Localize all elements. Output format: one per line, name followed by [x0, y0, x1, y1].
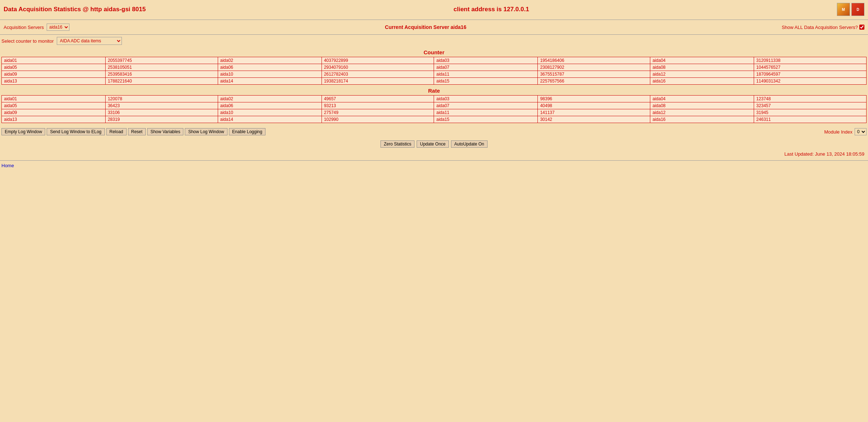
rate-value-cell: 141137: [538, 109, 650, 116]
rate-name-cell[interactable]: aida15: [434, 116, 538, 123]
counter-name-cell[interactable]: aida06: [218, 64, 322, 71]
reset-button[interactable]: Reset: [128, 128, 146, 135]
counter-name-cell[interactable]: aida15: [434, 78, 538, 85]
rate-name-cell[interactable]: aida16: [650, 116, 754, 123]
counter-table-body: aida012055397745aida024037922899aida0319…: [2, 57, 867, 85]
show-variables-button[interactable]: Show Variables: [147, 128, 184, 135]
counter-name-cell[interactable]: aida13: [2, 78, 106, 85]
table-row: aida01120078aida0249657aida0398396aida04…: [2, 96, 867, 102]
acquisition-server-select[interactable]: aida16 aida01 aida02: [47, 24, 69, 31]
acquisition-left: Acquisition Servers aida16 aida01 aida02: [4, 24, 69, 31]
logo-area: M D: [837, 3, 864, 16]
counter-name-cell[interactable]: aida10: [218, 71, 322, 78]
counter-value-cell: 2934079160: [322, 64, 434, 71]
counter-name-cell[interactable]: aida05: [2, 64, 106, 71]
counter-value-cell: 2055397745: [105, 57, 218, 64]
counter-name-cell[interactable]: aida16: [650, 78, 754, 85]
rate-value-cell: 120078: [105, 96, 218, 102]
reload-button[interactable]: Reload: [106, 128, 127, 135]
counter-value-cell: 1788221640: [105, 78, 218, 85]
rate-section-header: Rate: [1, 86, 867, 95]
table-row: aida0933106aida10275749aida11141137aida1…: [2, 109, 867, 116]
midas-logo: M: [837, 3, 850, 16]
enable-logging-button[interactable]: Enable Logging: [229, 128, 265, 135]
show-log-window-button[interactable]: Show Log Window: [185, 128, 227, 135]
rate-value-cell: 246311: [754, 116, 867, 123]
rate-value-cell: 323457: [754, 102, 867, 109]
rate-value-cell: 40498: [538, 102, 650, 109]
rate-name-cell[interactable]: aida04: [650, 96, 754, 102]
counter-name-cell[interactable]: aida01: [2, 57, 106, 64]
daq-logo: D: [851, 3, 864, 16]
show-all-label: Show ALL Data Acquisition Servers?: [782, 25, 858, 30]
acq-separator: [0, 34, 868, 35]
counter-name-cell[interactable]: aida04: [650, 57, 754, 64]
rate-value-cell: 93213: [322, 102, 434, 109]
counter-name-cell[interactable]: aida14: [218, 78, 322, 85]
counter-name-cell[interactable]: aida03: [434, 57, 538, 64]
rate-name-cell[interactable]: aida05: [2, 102, 106, 109]
table-row: aida131788221640aida141938218174aida1522…: [2, 78, 867, 85]
rate-value-cell: 98396: [538, 96, 650, 102]
table-row: aida1328319aida14102990aida1530142aida16…: [2, 116, 867, 123]
buttons-left: Empty Log Window Send Log Window to ELog…: [1, 128, 265, 135]
rate-name-cell[interactable]: aida09: [2, 109, 106, 116]
rate-name-cell[interactable]: aida14: [218, 116, 322, 123]
counter-value-cell: 1870964597: [754, 71, 867, 78]
rate-value-cell: 102990: [322, 116, 434, 123]
show-all-checkbox[interactable]: [859, 25, 864, 30]
counter-name-cell[interactable]: aida08: [650, 64, 754, 71]
rate-name-cell[interactable]: aida11: [434, 109, 538, 116]
send-log-button[interactable]: Send Log Window to ELog: [47, 128, 105, 135]
counter-name-cell[interactable]: aida12: [650, 71, 754, 78]
rate-name-cell[interactable]: aida02: [218, 96, 322, 102]
table-row: aida092539583416aida102612782403aida1136…: [2, 71, 867, 78]
rate-name-cell[interactable]: aida12: [650, 109, 754, 116]
rate-name-cell[interactable]: aida07: [434, 102, 538, 109]
select-counter-label: Select counter to monitor: [1, 38, 54, 44]
rate-name-cell[interactable]: aida13: [2, 116, 106, 123]
rate-name-cell[interactable]: aida01: [2, 96, 106, 102]
counter-name-cell[interactable]: aida07: [434, 64, 538, 71]
counter-name-cell[interactable]: aida02: [218, 57, 322, 64]
counter-value-cell: 2612782403: [322, 71, 434, 78]
rate-value-cell: 30142: [538, 116, 650, 123]
counter-name-cell[interactable]: aida09: [2, 71, 106, 78]
empty-log-button[interactable]: Empty Log Window: [1, 128, 45, 135]
acquisition-servers-label: Acquisition Servers: [4, 25, 44, 30]
counter-name-cell[interactable]: aida11: [434, 71, 538, 78]
rate-value-cell: 36423: [105, 102, 218, 109]
client-address: client address is 127.0.0.1: [454, 6, 529, 13]
buttons-right: Module Index 0 1 2 3: [824, 128, 867, 135]
rate-value-cell: 31945: [754, 109, 867, 116]
rate-value-cell: 275749: [322, 109, 434, 116]
page-title: Data Acquisition Statistics @ http aidas…: [4, 6, 146, 13]
counter-value-cell: 3120911338: [754, 57, 867, 64]
auto-update-on-button[interactable]: AutoUpdate On: [451, 140, 488, 148]
rate-value-cell: 123748: [754, 96, 867, 102]
header: Data Acquisition Statistics @ http aidas…: [0, 0, 868, 19]
counter-value-cell: 2257657566: [538, 78, 650, 85]
counter-value-cell: 3675515787: [538, 71, 650, 78]
update-once-button[interactable]: Update Once: [417, 140, 449, 148]
rate-name-cell[interactable]: aida03: [434, 96, 538, 102]
rate-name-cell[interactable]: aida08: [650, 102, 754, 109]
rate-name-cell[interactable]: aida10: [218, 109, 322, 116]
zero-statistics-button[interactable]: Zero Statistics: [380, 140, 414, 148]
counter-table: aida012055397745aida024037922899aida0319…: [1, 57, 867, 85]
last-updated: Last Updated: June 13, 2024 18:05:59: [0, 149, 868, 159]
counter-value-cell: 4037922899: [322, 57, 434, 64]
rate-value-cell: 28319: [105, 116, 218, 123]
table-row: aida052538105051aida062934079160aida0723…: [2, 64, 867, 71]
current-server-label: Current Acquisition Server aida16: [385, 24, 466, 30]
rate-value-cell: 49657: [322, 96, 434, 102]
rate-name-cell[interactable]: aida06: [218, 102, 322, 109]
counter-value-cell: 1938218174: [322, 78, 434, 85]
home-link[interactable]: Home: [1, 163, 14, 168]
counter-value-cell: 1954186406: [538, 57, 650, 64]
rate-value-cell: 33106: [105, 109, 218, 116]
module-index-label: Module Index: [824, 129, 852, 135]
counter-monitor-select[interactable]: AIDA ADC data items Other: [57, 37, 122, 45]
footer: Home: [0, 160, 868, 170]
module-index-select[interactable]: 0 1 2 3: [855, 128, 867, 135]
